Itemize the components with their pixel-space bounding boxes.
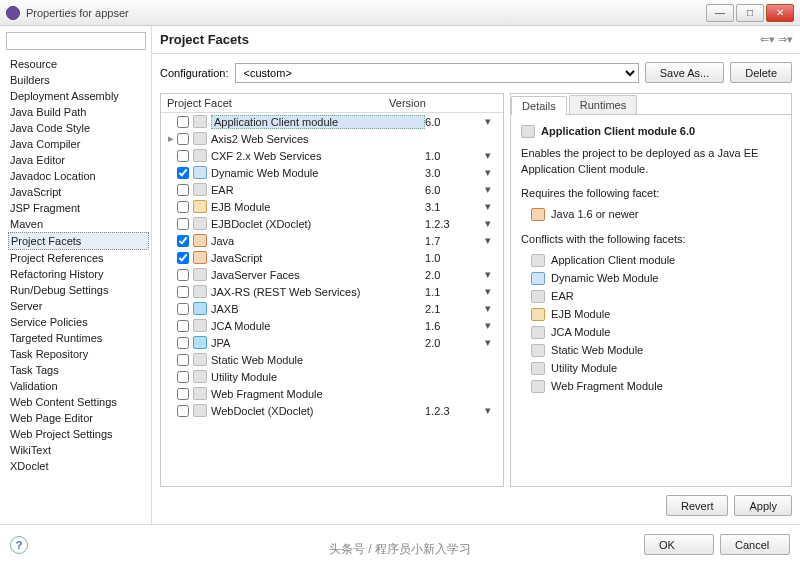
close-button[interactable]: ✕ [766,4,794,22]
version-dropdown-icon[interactable]: ▾ [485,302,499,315]
save-as-button[interactable]: Save As... [645,62,725,83]
facet-checkbox[interactable] [177,116,189,128]
facet-row[interactable]: JavaServer Faces2.0▾ [161,266,503,283]
facet-icon [193,387,207,400]
nav-item[interactable]: Resource [8,56,149,72]
facet-row[interactable]: Utility Module [161,368,503,385]
facet-row[interactable]: CXF 2.x Web Services1.0▾ [161,147,503,164]
facet-row[interactable]: ▸Axis2 Web Services [161,130,503,147]
revert-button[interactable]: Revert [666,495,728,516]
tab-runtimes[interactable]: Runtimes [569,95,637,114]
facet-row[interactable]: JPA2.0▾ [161,334,503,351]
facet-checkbox[interactable] [177,150,189,162]
facet-label: Utility Module [211,371,425,383]
expand-icon[interactable]: ▸ [165,132,177,145]
facet-row[interactable]: Application Client module6.0▾ [161,113,503,130]
version-dropdown-icon[interactable]: ▾ [485,217,499,230]
nav-item[interactable]: Web Content Settings [8,394,149,410]
nav-item[interactable]: Project Facets [8,232,149,250]
help-icon[interactable]: ? [10,536,28,554]
nav-item[interactable]: Task Tags [8,362,149,378]
nav-item[interactable]: Task Repository [8,346,149,362]
nav-item[interactable]: Server [8,298,149,314]
facet-row[interactable]: JAXB2.1▾ [161,300,503,317]
facet-row[interactable]: EAR6.0▾ [161,181,503,198]
facet-row[interactable]: Dynamic Web Module3.0▾ [161,164,503,181]
version-dropdown-icon[interactable]: ▾ [485,183,499,196]
facet-row[interactable]: WebDoclet (XDoclet)1.2.3▾ [161,402,503,419]
facet-checkbox[interactable] [177,184,189,196]
filter-input[interactable] [6,32,146,50]
facet-checkbox[interactable] [177,371,189,383]
nav-item[interactable]: Builders [8,72,149,88]
version-dropdown-icon[interactable]: ▾ [485,404,499,417]
version-dropdown-icon[interactable]: ▾ [485,234,499,247]
facet-checkbox[interactable] [177,303,189,315]
nav-item[interactable]: Web Project Settings [8,426,149,442]
facet-checkbox[interactable] [177,337,189,349]
facet-checkbox[interactable] [177,388,189,400]
nav-item[interactable]: WikiText [8,442,149,458]
facet-checkbox[interactable] [177,201,189,213]
version-dropdown-icon[interactable]: ▾ [485,285,499,298]
facet-checkbox[interactable] [177,354,189,366]
minimize-button[interactable]: — [706,4,734,22]
facet-row[interactable]: Java1.7▾ [161,232,503,249]
facet-row[interactable]: Static Web Module [161,351,503,368]
nav-item[interactable]: Java Editor [8,152,149,168]
nav-item[interactable]: Java Code Style [8,120,149,136]
facet-row[interactable]: JCA Module1.6▾ [161,317,503,334]
nav-item[interactable]: XDoclet [8,458,149,474]
facet-row[interactable]: Web Fragment Module [161,385,503,402]
facet-checkbox[interactable] [177,286,189,298]
facet-row[interactable]: EJB Module3.1▾ [161,198,503,215]
nav-item[interactable]: Validation [8,378,149,394]
config-select[interactable]: <custom> [235,63,639,83]
maximize-button[interactable]: □ [736,4,764,22]
forward-icon[interactable]: ⇒▾ [778,33,792,46]
tab-details[interactable]: Details [511,96,567,115]
version-dropdown-icon[interactable]: ▾ [485,149,499,162]
nav-item[interactable]: Java Compiler [8,136,149,152]
facet-checkbox[interactable] [177,133,189,145]
facet-checkbox[interactable] [177,167,189,179]
detail-item-icon [531,344,545,357]
facet-row[interactable]: JAX-RS (REST Web Services)1.1▾ [161,283,503,300]
facet-checkbox[interactable] [177,218,189,230]
version-dropdown-icon[interactable]: ▾ [485,166,499,179]
facet-checkbox[interactable] [177,405,189,417]
version-dropdown-icon[interactable]: ▾ [485,336,499,349]
nav-item[interactable]: Java Build Path [8,104,149,120]
facet-checkbox[interactable] [177,320,189,332]
version-dropdown-icon[interactable]: ▾ [485,319,499,332]
detail-list-item: Utility Module [531,359,781,377]
delete-button[interactable]: Delete [730,62,792,83]
facet-icon [193,404,207,417]
nav-item[interactable]: Targeted Runtimes [8,330,149,346]
facet-checkbox[interactable] [177,269,189,281]
nav-item[interactable]: Maven [8,216,149,232]
nav-item[interactable]: Javadoc Location [8,168,149,184]
version-dropdown-icon[interactable]: ▾ [485,115,499,128]
cancel-button[interactable]: Cancel [720,534,790,555]
facet-row[interactable]: EJBDoclet (XDoclet)1.2.3▾ [161,215,503,232]
ok-button[interactable]: OK [644,534,714,555]
nav-item[interactable]: JavaScript [8,184,149,200]
facet-row[interactable]: JavaScript1.0 [161,249,503,266]
col-version[interactable]: Version [383,94,503,112]
nav-item[interactable]: Refactoring History [8,266,149,282]
back-icon[interactable]: ⇐▾ [760,33,774,46]
version-dropdown-icon[interactable]: ▾ [485,200,499,213]
nav-item[interactable]: JSP Fragment [8,200,149,216]
facet-checkbox[interactable] [177,252,189,264]
nav-item[interactable]: Web Page Editor [8,410,149,426]
version-dropdown-icon[interactable]: ▾ [485,268,499,281]
facet-checkbox[interactable] [177,235,189,247]
col-facet[interactable]: Project Facet [161,94,383,112]
facet-icon [193,234,207,247]
nav-item[interactable]: Deployment Assembly [8,88,149,104]
nav-item[interactable]: Service Policies [8,314,149,330]
nav-item[interactable]: Project References [8,250,149,266]
apply-button[interactable]: Apply [734,495,792,516]
nav-item[interactable]: Run/Debug Settings [8,282,149,298]
